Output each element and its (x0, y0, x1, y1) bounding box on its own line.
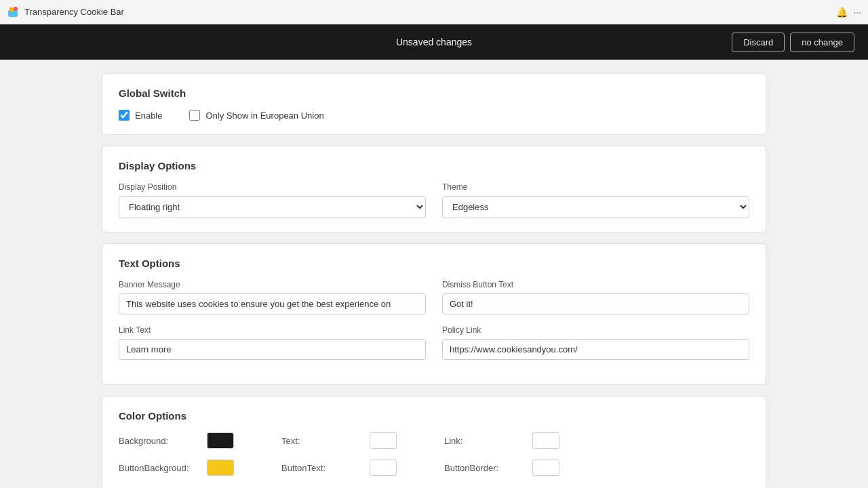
position-label: Display Position (119, 182, 426, 192)
link-text-field-group: Link Text (119, 325, 426, 360)
text-options-row-2: Link Text Policy Link (119, 325, 749, 360)
button-text-label: ButtonText: (281, 463, 363, 473)
background-swatch[interactable] (207, 432, 234, 449)
policy-link-field-group: Policy Link (442, 325, 749, 360)
text-swatch[interactable] (370, 432, 397, 449)
dismiss-button-input[interactable] (442, 293, 749, 314)
eu-label[interactable]: Only Show in European Union (189, 110, 323, 121)
banner-message-label: Banner Message (119, 280, 426, 289)
pin-icon[interactable]: 🔔 (836, 7, 848, 18)
button-text-color-field: ButtonText: (281, 460, 417, 476)
enable-checkbox[interactable] (119, 110, 130, 121)
button-bg-swatch[interactable] (207, 460, 234, 476)
color-options-grid: Background: Text: Link: ButtonBackgroud: (119, 432, 749, 476)
theme-select[interactable]: Edgeless Classic Modern (442, 196, 749, 218)
color-options-title: Color Options (119, 410, 749, 422)
banner-message-field-group: Banner Message (119, 280, 426, 314)
svg-rect-1 (9, 7, 14, 12)
display-options-card: Display Options Display Position Floatin… (102, 146, 766, 232)
eu-checkbox[interactable] (189, 110, 200, 121)
display-options-grid: Display Position Floating right Floating… (119, 182, 749, 218)
background-label: Background: (119, 436, 200, 446)
enable-label-text: Enable (135, 110, 162, 121)
position-select[interactable]: Floating right Floating left Bottom bar … (119, 196, 426, 218)
text-color-field: Text: (281, 432, 417, 449)
button-border-label: ButtonBorder: (444, 463, 526, 473)
unsaved-text: Unsaved changes (396, 37, 472, 47)
dismiss-button-field-group: Dismiss Button Text (442, 280, 749, 314)
text-options-row-1: Banner Message Dismiss Button Text (119, 280, 749, 314)
color-options-card: Color Options Background: Text: Link: (102, 396, 766, 488)
link-label: Link: (444, 436, 526, 446)
no-change-button[interactable]: no change (790, 33, 854, 52)
global-switch-title: Global Switch (119, 87, 749, 99)
text-options-card: Text Options Banner Message Dismiss Butt… (102, 243, 766, 385)
link-text-label: Link Text (119, 325, 426, 335)
unsaved-actions: Discard no change (732, 33, 854, 52)
app-icon (7, 6, 19, 18)
unsaved-bar: Unsaved changes Discard no change (0, 24, 868, 60)
switch-row: Enable Only Show in European Union (119, 110, 749, 121)
button-text-swatch[interactable] (370, 460, 397, 476)
button-border-color-field: ButtonBorder: (444, 460, 580, 476)
policy-link-input[interactable] (442, 339, 749, 360)
enable-label[interactable]: Enable (119, 110, 162, 121)
policy-link-label: Policy Link (442, 325, 749, 335)
position-field-group: Display Position Floating right Floating… (119, 182, 426, 218)
text-label: Text: (281, 436, 363, 446)
svg-point-2 (14, 7, 18, 11)
dismiss-button-label: Dismiss Button Text (442, 280, 749, 289)
button-bg-color-field: ButtonBackgroud: (119, 460, 254, 476)
color-row-2: ButtonBackgroud: ButtonText: ButtonBorde… (119, 460, 749, 476)
eu-label-text: Only Show in European Union (205, 110, 323, 121)
button-bg-label: ButtonBackgroud: (119, 463, 200, 473)
app-title: Transparency Cookie Bar (24, 7, 124, 17)
title-bar-actions: 🔔 ··· (836, 7, 861, 18)
color-row-1: Background: Text: Link: (119, 432, 749, 449)
display-options-title: Display Options (119, 160, 749, 171)
link-color-field: Link: (444, 432, 580, 449)
global-switch-card: Global Switch Enable Only Show in Europe… (102, 73, 766, 135)
link-text-input[interactable] (119, 339, 426, 360)
main-content: Global Switch Enable Only Show in Europe… (88, 60, 780, 488)
banner-message-input[interactable] (119, 293, 426, 314)
background-color-field: Background: (119, 432, 254, 449)
theme-label: Theme (442, 182, 749, 192)
text-options-title: Text Options (119, 258, 749, 269)
more-icon[interactable]: ··· (853, 7, 861, 18)
theme-field-group: Theme Edgeless Classic Modern (442, 182, 749, 218)
discard-button[interactable]: Discard (732, 33, 785, 52)
button-border-swatch[interactable] (532, 460, 559, 476)
title-bar: Transparency Cookie Bar 🔔 ··· (0, 0, 868, 24)
link-swatch[interactable] (532, 432, 559, 449)
